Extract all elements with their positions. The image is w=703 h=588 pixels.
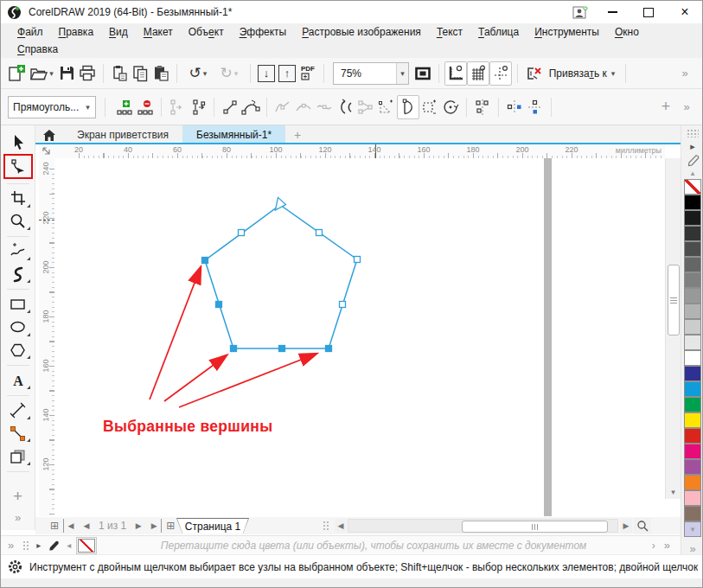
docker-expand-button[interactable]: ▸: [681, 141, 703, 152]
artistic-media-tool[interactable]: [5, 264, 31, 284]
menu-table[interactable]: Таблица: [470, 24, 527, 40]
vertical-ruler[interactable]: 240220200180160140120: [39, 158, 55, 516]
fullscreen-preview-button[interactable]: [412, 62, 433, 85]
color-eyedropper-button[interactable]: [687, 154, 700, 167]
welcome-home-button[interactable]: [35, 125, 63, 144]
minimize-button[interactable]: [600, 3, 624, 22]
shape-type-dropdown-icon[interactable]: ▾: [80, 97, 95, 118]
color-swatch[interactable]: [684, 257, 701, 272]
vertical-scrollbar[interactable]: ▾: [665, 158, 681, 499]
horizontal-scrollbar[interactable]: [348, 519, 618, 533]
save-button[interactable]: [56, 62, 77, 85]
zoom-scrollbar-button[interactable]: [634, 518, 651, 534]
cusp-node-button[interactable]: [272, 96, 293, 118]
freehand-tool[interactable]: [5, 241, 31, 262]
doc-palette-overflow-right[interactable]: »: [664, 539, 670, 552]
vertical-scrollbar-thumb[interactable]: [668, 265, 680, 336]
color-swatch[interactable]: [684, 397, 701, 412]
color-swatch[interactable]: [684, 210, 701, 226]
zoom-combo-dropdown-icon[interactable]: ▾: [396, 63, 408, 84]
paste-button[interactable]: [150, 62, 171, 85]
extract-subpath-button[interactable]: [355, 96, 376, 118]
property-bar-add-button[interactable]: +: [655, 96, 676, 118]
menu-help[interactable]: Справка: [10, 42, 66, 57]
zoom-tool[interactable]: [5, 211, 31, 232]
polygon-tool[interactable]: [5, 340, 31, 361]
show-rulers-toggle[interactable]: [444, 61, 467, 86]
color-swatch[interactable]: [684, 241, 701, 257]
next-page-button[interactable]: ▶: [131, 519, 145, 533]
reflect-nodes-vertical-button[interactable]: [525, 96, 546, 118]
gear-icon[interactable]: [8, 559, 22, 574]
property-bar-overflow-button[interactable]: »: [676, 96, 697, 118]
node-selected[interactable]: [279, 346, 285, 352]
ellipse-tool[interactable]: [5, 316, 31, 337]
doc-palette-left-icon[interactable]: ◂: [67, 540, 71, 550]
maximize-button[interactable]: [636, 3, 661, 22]
node-unselected[interactable]: [239, 230, 245, 236]
account-icon[interactable]: [572, 5, 588, 19]
zoom-level-value[interactable]: 75%: [334, 67, 396, 80]
shape-tool[interactable]: [3, 154, 33, 178]
doc-palette-more-icon[interactable]: ›: [652, 540, 655, 552]
add-page-after-button[interactable]: ⊞: [163, 519, 177, 533]
toolbar-overflow-button[interactable]: »: [674, 62, 695, 85]
convert-to-curve-button[interactable]: [240, 96, 261, 118]
color-swatch[interactable]: [684, 444, 701, 459]
undo-dropdown-icon[interactable]: ▾: [203, 69, 208, 78]
node-selected[interactable]: [326, 346, 332, 352]
new-document-tab-button[interactable]: +: [285, 125, 310, 144]
connector-tool[interactable]: [5, 423, 31, 444]
scroll-right-button[interactable]: ▶: [620, 519, 632, 533]
node-selected[interactable]: [216, 302, 222, 308]
rectangle-tool[interactable]: [5, 294, 31, 315]
doc-palette-expand-icon[interactable]: ▸: [36, 540, 41, 550]
scroll-down-button[interactable]: ▾: [666, 485, 681, 499]
join-nodes-button[interactable]: [167, 96, 188, 118]
reflect-nodes-horizontal-button[interactable]: [504, 96, 525, 118]
previous-page-button[interactable]: ◀: [80, 519, 93, 533]
no-fill-swatch[interactable]: [684, 179, 701, 195]
menu-window[interactable]: Окно: [607, 24, 647, 40]
publish-pdf-button[interactable]: PDF: [297, 62, 318, 85]
color-swatch[interactable]: [684, 195, 701, 210]
horizontal-ruler[interactable]: миллиметры 20406080100120140160180200220: [54, 144, 665, 159]
color-swatch[interactable]: [684, 366, 701, 381]
node-unselected[interactable]: [316, 230, 323, 236]
open-document-button[interactable]: ▾: [27, 62, 56, 85]
scrollbar-grip-dots[interactable]: [323, 521, 329, 531]
shape-type-combo[interactable]: Прямоуголь... ▾: [8, 96, 96, 118]
drawing-canvas[interactable]: Выбранные вершины: [54, 158, 665, 516]
color-swatch[interactable]: [684, 475, 701, 490]
color-swatch[interactable]: [684, 288, 701, 304]
cut-button[interactable]: [109, 62, 130, 85]
color-swatch[interactable]: [684, 506, 701, 521]
node-unselected[interactable]: [340, 302, 346, 308]
break-nodes-button[interactable]: [188, 96, 208, 118]
undo-button[interactable]: ↺ ▾: [182, 62, 214, 85]
color-swatch[interactable]: [684, 226, 701, 241]
menu-view[interactable]: Вид: [101, 24, 136, 40]
last-page-button[interactable]: ▶: [147, 519, 162, 533]
align-nodes-button[interactable]: [472, 96, 493, 118]
smooth-node-button[interactable]: [293, 96, 314, 118]
palette-scroll-up-button[interactable]: ▴: [681, 169, 703, 177]
shape-type-value[interactable]: Прямоуголь...: [9, 101, 80, 113]
stretch-nodes-button[interactable]: [376, 96, 397, 118]
drop-shadow-tool[interactable]: [5, 445, 31, 466]
color-swatch[interactable]: [684, 459, 701, 475]
doc-palette-grip[interactable]: [22, 540, 29, 551]
import-button[interactable]: ↓: [256, 62, 277, 85]
add-node-button[interactable]: [114, 96, 135, 118]
show-guidelines-toggle[interactable]: [489, 61, 512, 86]
close-button[interactable]: ×: [673, 3, 697, 22]
zoom-level-combo[interactable]: 75% ▾: [333, 62, 409, 85]
node-selected[interactable]: [202, 258, 208, 264]
pentagon-path[interactable]: [205, 205, 357, 348]
rotate-nodes-button[interactable]: [440, 96, 461, 118]
menu-text[interactable]: Текст: [429, 24, 470, 40]
crop-tool[interactable]: [5, 188, 31, 208]
tab-document[interactable]: Безымянный-1*: [182, 125, 285, 144]
color-swatch[interactable]: [684, 381, 701, 397]
menu-tools[interactable]: Инструменты: [527, 24, 607, 40]
